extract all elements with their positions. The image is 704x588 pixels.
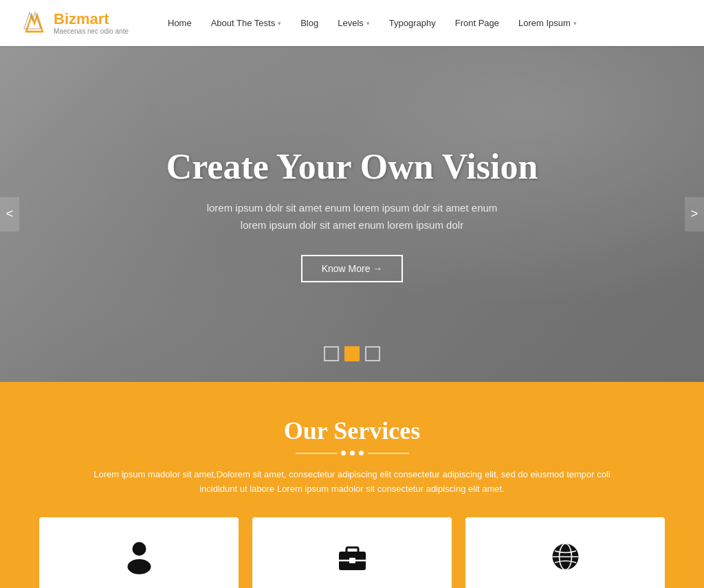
- hero-title: Create Your Own Vision: [166, 146, 538, 187]
- divider-line-left: [296, 453, 337, 454]
- hero-section: < Create Your Own Vision lorem ipsum dol…: [0, 46, 704, 382]
- services-title: Our Services: [21, 416, 683, 445]
- service-card-2: Ipsum Dolor Lorem ipsum dolor sit amet, …: [252, 517, 452, 588]
- logo-text: Bizmart Maecenas nec odio ante: [54, 11, 129, 35]
- chevron-icon: ▾: [278, 20, 281, 27]
- svg-rect-8: [349, 558, 355, 563]
- hero-dot-2[interactable]: [344, 346, 360, 361]
- nav-item-frontpage[interactable]: Front Page: [446, 18, 509, 28]
- nav-item-levels[interactable]: Levels ▾: [328, 18, 380, 28]
- service-card-1: Dolor Sit Lorem ipsum dolor sit amet, co…: [39, 517, 239, 588]
- service-card-3: Lorem Ipsum Lorem ipsum dolor sit amet, …: [465, 517, 665, 588]
- services-description: Lorem ipsum madolor sit amet,Dolorem sit…: [84, 468, 620, 497]
- navbar: Bizmart Maecenas nec odio ante Home Abou…: [0, 0, 704, 46]
- nav-item-about[interactable]: About The Tests ▾: [201, 18, 291, 28]
- services-section: Our Services Lorem ipsum madolor sit ame…: [0, 382, 704, 588]
- nav-item-blog[interactable]: Blog: [291, 18, 328, 28]
- divider-line-right: [368, 453, 409, 454]
- hero-subtitle: lorem ipsum dolr sit amet enum lorem ips…: [166, 199, 538, 234]
- globe-icon: [547, 538, 584, 576]
- service-card-3-title: Lorem Ipsum: [483, 586, 648, 588]
- nav-item-lorem[interactable]: Lorem Ipsum ▾: [509, 18, 586, 28]
- nav-links: Home About The Tests ▾ Blog Levels ▾ Typ…: [158, 18, 586, 28]
- chevron-icon: ▾: [573, 20, 577, 27]
- hero-next-button[interactable]: >: [685, 197, 704, 231]
- hero-dot-1[interactable]: [324, 346, 339, 361]
- svg-rect-6: [346, 547, 358, 553]
- divider-dot-3: [359, 451, 364, 455]
- person-icon: [120, 538, 158, 576]
- logo[interactable]: Bizmart Maecenas nec odio ante: [21, 10, 131, 37]
- chevron-icon: ▾: [366, 20, 370, 27]
- hero-cta-button[interactable]: Know More →: [301, 255, 404, 282]
- divider-dot-1: [341, 451, 346, 455]
- svg-point-4: [127, 559, 151, 574]
- hero-carousel-dots: [324, 346, 380, 361]
- logo-icon: [21, 10, 48, 37]
- hero-content: Create Your Own Vision lorem ipsum dolr …: [166, 146, 538, 282]
- service-card-2-title: Ipsum Dolor: [270, 586, 434, 588]
- hero-dot-3[interactable]: [365, 346, 380, 361]
- briefcase-icon: [333, 538, 371, 576]
- service-card-1-title: Dolor Sit: [56, 586, 221, 588]
- services-divider: [21, 451, 683, 455]
- divider-dot-2: [350, 451, 355, 455]
- nav-item-typography[interactable]: Typography: [380, 18, 446, 28]
- logo-title: Bizmart: [54, 11, 129, 27]
- services-cards: Dolor Sit Lorem ipsum dolor sit amet, co…: [21, 517, 683, 588]
- svg-point-3: [132, 542, 146, 556]
- hero-prev-button[interactable]: <: [0, 197, 19, 231]
- nav-item-home[interactable]: Home: [158, 18, 201, 28]
- logo-subtitle: Maecenas nec odio ante: [54, 27, 129, 35]
